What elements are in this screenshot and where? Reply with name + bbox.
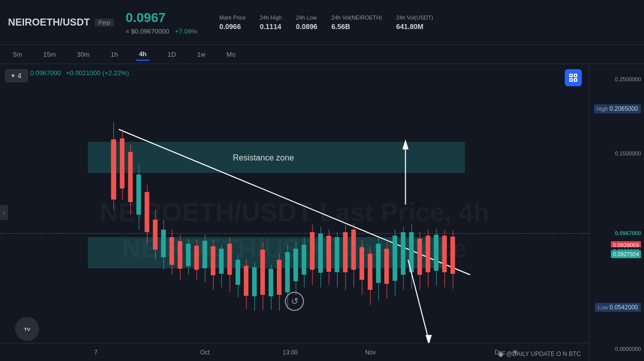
stat-value: 0.0896 [296,23,317,31]
svg-rect-79 [401,232,405,275]
symbol-block: NEIROETH/USDT Perp [8,17,114,28]
reload-button[interactable]: ↺ [285,292,304,311]
svg-text:TV: TV [24,326,31,332]
price-scale-label: 0.2500000 [615,76,641,82]
svg-rect-3 [574,79,577,81]
tradingview-logo[interactable]: TV [15,317,39,341]
price-scale-label: Low 0.0542000 [595,303,641,312]
svg-rect-27 [186,244,191,266]
svg-rect-35 [219,249,224,274]
svg-rect-37 [227,244,232,275]
date-label-7: 7 [94,349,98,356]
stat-value: 6.56B [332,23,382,31]
svg-rect-75 [384,249,389,284]
timeframe-bar: 5m15m30m1h4h1D1wMo [0,45,644,64]
svg-rect-33 [211,246,215,275]
timeframe-15m[interactable]: 15m [40,49,59,60]
timeframe-5m[interactable]: 5m [10,49,25,60]
stat-value: 0.0966 [219,23,246,31]
perp-badge: Perp [95,19,113,27]
indicator-badge[interactable]: ▾ 4 [5,69,28,82]
svg-rect-61 [327,236,331,272]
svg-rect-39 [236,260,240,285]
svg-rect-19 [153,220,157,250]
stat-item: 24h Vol(USDT)641.80M [396,15,433,31]
current-price-line [0,233,589,234]
stat-label: 24h High [260,15,282,21]
timeframe-Mo[interactable]: Mo [224,49,239,60]
svg-rect-91 [450,237,455,274]
left-collapse-button[interactable]: ‹ [0,205,8,220]
svg-rect-77 [393,236,397,281]
chart-container: NEIROETH/USDT Last Price, 4h NEIROETH/US… [0,64,644,361]
stat-value: 0.1114 [260,23,282,31]
svg-rect-23 [170,237,174,265]
svg-rect-25 [178,241,182,269]
svg-rect-2 [570,79,572,81]
stat-label: 24h Vol(USDT) [396,15,433,21]
chart-price: 0.0967000 [30,69,61,77]
svg-rect-51 [285,252,289,292]
svg-rect-31 [203,241,207,268]
svg-rect-63 [335,237,339,272]
svg-rect-41 [244,266,248,296]
stat-item: 24h Vol(NEIROETH)6.56B [332,15,382,31]
svg-rect-73 [376,244,381,283]
svg-rect-59 [318,234,323,273]
svg-rect-0 [570,74,572,77]
svg-rect-15 [136,174,141,215]
chart-svg: Resistance zone [0,64,589,361]
price-scale-label: 0.0927924 [611,250,641,258]
timeframe-30m[interactable]: 30m [74,49,92,60]
price-scale: 0.2500000High 0.20650000.15000000.096700… [589,64,644,361]
main-price: 0.0967 [126,10,198,26]
svg-rect-9 [111,139,116,200]
stat-item: Mark Price0.0966 [219,15,246,31]
timeframe-4h[interactable]: 4h [136,48,149,61]
svg-rect-13 [128,152,132,202]
chart-info: 0.0967000 +0.0021000 (+2.22%) [30,69,129,77]
change-pct: +7.09% [175,28,197,35]
stat-item: 24h Low0.0896 [296,15,317,31]
price-scale-label: 0.1500000 [615,150,641,156]
svg-rect-55 [301,245,306,275]
price-scale-label: High 0.2065000 [594,104,641,113]
svg-rect-1 [574,74,577,77]
svg-rect-29 [194,246,199,270]
stat-label: 24h Vol(NEIROETH) [332,15,382,21]
date-label-1300: 13:00 [283,349,298,356]
price-scale-label: 0.0967000 [615,230,641,236]
svg-rect-69 [360,247,364,280]
stat-value: 641.80M [396,23,433,31]
chart-main: NEIROETH/USDT Last Price, 4h NEIROETH/US… [0,64,589,361]
timeframe-1h[interactable]: 1h [108,49,121,60]
attribution: ◆ @DAILY UPDATE O N BTC [498,350,581,358]
svg-rect-17 [144,192,149,232]
fullscreen-button[interactable] [565,69,582,86]
svg-rect-43 [252,267,257,296]
price-block: 0.0967 ≈ $0.09670000 +7.09% [126,10,198,35]
stat-label: Mark Price [219,15,246,21]
svg-rect-71 [368,254,372,290]
symbol-name: NEIROETH/USDT [8,17,90,28]
svg-rect-47 [269,269,273,296]
price-scale-label: 0.0000000 [615,346,641,352]
svg-rect-53 [293,249,298,281]
svg-rect-65 [343,232,348,272]
date-label-Nov: Nov [365,349,376,356]
svg-rect-85 [426,236,430,272]
svg-rect-45 [260,250,265,295]
svg-rect-89 [442,236,447,272]
stats-block: Mark Price0.096624h High0.111424h Low0.0… [219,15,433,31]
svg-rect-49 [277,260,281,295]
date-label-Oct: Oct [200,349,210,356]
usd-price: ≈ $0.09670000 +7.09% [126,28,198,35]
timeframe-1D[interactable]: 1D [165,49,179,60]
svg-rect-83 [417,239,422,275]
timeframe-1w[interactable]: 1w [194,49,209,60]
svg-rect-67 [351,230,356,270]
svg-rect-11 [120,138,124,189]
stat-label: 24h Low [296,15,317,21]
header: NEIROETH/USDT Perp 0.0967 ≈ $0.09670000 … [0,0,644,45]
svg-rect-87 [434,235,438,271]
